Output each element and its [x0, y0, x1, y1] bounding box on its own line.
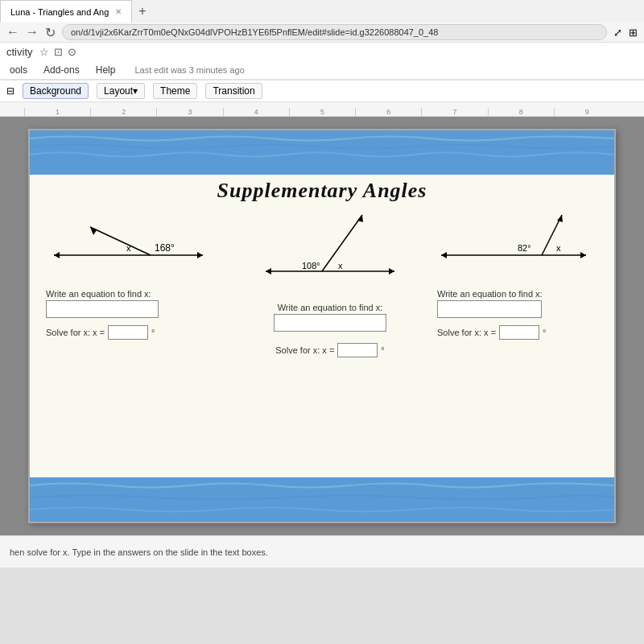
svg-marker-4	[54, 252, 60, 258]
svg-marker-17	[580, 252, 586, 258]
svg-text:108°: 108°	[302, 261, 320, 270]
layout-button[interactable]: Layout▾	[97, 83, 145, 99]
slide-canvas-area: Supplementary Angles	[0, 117, 644, 535]
svg-text:x: x	[556, 243, 561, 253]
svg-text:82°: 82°	[518, 243, 531, 253]
slide-border-bottom	[30, 477, 614, 522]
cloud-icon[interactable]: ⊙	[68, 46, 76, 58]
ruler-mark-3: 3	[156, 108, 222, 116]
address-bar[interactable]: on/d/1vji2x6KarZrrT0m0eQNxG04dlVPOHzB1YE…	[62, 24, 607, 40]
svg-marker-18	[441, 252, 447, 258]
slide-border-top	[30, 130, 614, 175]
svg-text:x: x	[338, 261, 343, 270]
refresh-button[interactable]: ↻	[45, 25, 56, 40]
svg-marker-11	[266, 268, 271, 275]
last-edit-status: Last edit was 3 minutes ago	[134, 65, 244, 75]
slide-content: Supplementary Angles	[30, 175, 614, 477]
grid-icon: ⊞	[629, 27, 638, 39]
folder-icon[interactable]: ⊡	[54, 46, 63, 58]
ruler-mark-2: 2	[90, 108, 156, 116]
angle3-diagram: 82° x	[437, 211, 590, 283]
angle2-diagram: 108° x	[258, 211, 402, 299]
back-button[interactable]: ←	[6, 25, 19, 39]
menu-help[interactable]: Help	[93, 63, 119, 77]
background-button[interactable]: Background	[23, 83, 89, 99]
ruler-mark-9: 9	[554, 108, 620, 116]
angle2-equation-input[interactable]	[274, 314, 386, 332]
ruler-mark-4: 4	[223, 108, 289, 116]
angle1-write-label: Write an equation to find x:	[46, 289, 223, 299]
new-tab-button[interactable]: +	[132, 1, 152, 22]
angle2-write-label: Write an equation to find x:	[278, 303, 383, 312]
slide-indicator: ⊟	[6, 85, 14, 97]
menu-addons[interactable]: Add-ons	[40, 63, 83, 77]
ruler-mark-8: 8	[488, 108, 554, 116]
bottom-instructions: hen solve for x. Type in the answers on …	[0, 535, 644, 568]
angle1-diagram: x 168°	[46, 211, 223, 283]
angle1-equation-input[interactable]	[46, 300, 159, 318]
menu-tools[interactable]: ools	[6, 63, 31, 77]
angle3-write-label: Write an equation to find x:	[437, 289, 598, 299]
slide-title: Supplementary Angles	[46, 179, 598, 203]
transition-button[interactable]: Transition	[205, 83, 262, 99]
angle2-answer-input[interactable]	[337, 343, 378, 357]
svg-marker-3	[197, 252, 203, 258]
svg-text:168°: 168°	[155, 242, 175, 254]
star-icon[interactable]: ☆	[39, 46, 49, 58]
angle1-column: x 168° Write an equation to find x: Solv…	[46, 211, 223, 457]
angle1-answer-input[interactable]	[108, 325, 148, 340]
angle2-column: 108° x Write an equation to find x: Solv…	[235, 211, 425, 457]
svg-text:x: x	[126, 243, 131, 253]
expand-icon: ⤢	[613, 27, 622, 39]
angle3-solve-line: Solve for x: x = °	[437, 325, 598, 340]
angle3-equation-input[interactable]	[437, 300, 542, 318]
ruler-mark-6: 6	[355, 108, 421, 116]
slide[interactable]: Supplementary Angles	[28, 129, 616, 523]
tab-title: Luna - Triangles and Ang	[10, 7, 109, 17]
forward-button[interactable]: →	[26, 25, 39, 39]
svg-marker-20	[557, 215, 563, 222]
angle3-answer-input[interactable]	[499, 325, 539, 340]
angle3-column: 82° x Write an equation to find x: Solve…	[437, 211, 598, 457]
tab-close-button[interactable]: ✕	[115, 7, 122, 16]
angle2-solve-line: Solve for x: x = °	[275, 343, 384, 357]
angle1-solve-line: Solve for x: x = °	[46, 325, 223, 340]
svg-marker-10	[389, 268, 394, 275]
ruler-mark-5: 5	[289, 108, 355, 116]
theme-button[interactable]: Theme	[153, 83, 197, 99]
ruler-mark-1: 1	[24, 108, 90, 116]
app-title: ctivity	[6, 46, 33, 58]
browser-tab[interactable]: Luna - Triangles and Ang ✕	[0, 0, 132, 23]
svg-line-5	[90, 227, 151, 255]
ruler-mark-7: 7	[421, 108, 487, 116]
